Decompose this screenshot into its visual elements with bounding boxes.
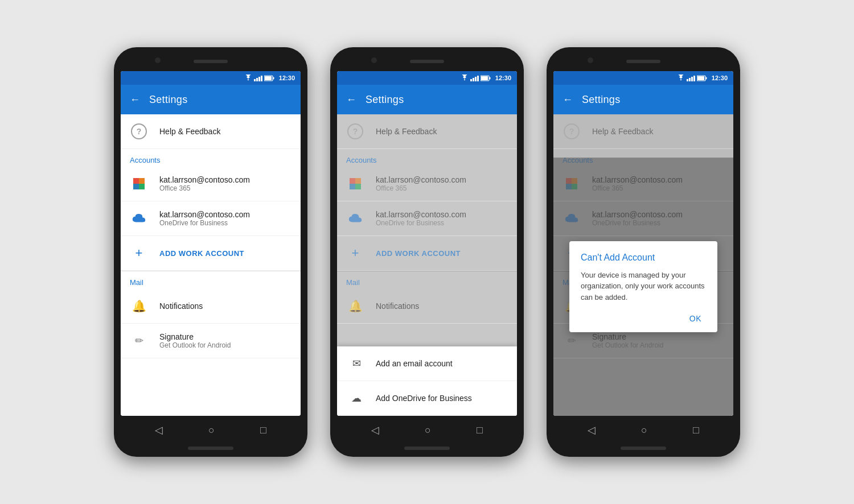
back-arrow2[interactable]: ← xyxy=(346,94,356,106)
signature-item[interactable]: ✏ Signature Get Outlook for Android xyxy=(121,324,301,358)
phone3-status-icons xyxy=(677,75,707,81)
help-feedback-item[interactable]: ? Help & Feedback xyxy=(121,114,301,149)
dialog-title: Can't Add Account xyxy=(581,253,706,263)
phone2-status-icons xyxy=(461,75,491,81)
account2-type: OneDrive for Business xyxy=(159,219,250,227)
svg-rect-10 xyxy=(350,178,355,184)
phone1-top-bar xyxy=(121,54,301,71)
email-icon: ✉ xyxy=(348,356,364,371)
back-nav-btn2[interactable]: ◁ xyxy=(371,424,379,436)
phone3: 12:30 ← Settings ? Help & Feedback A xyxy=(547,47,740,457)
plus-icon: + xyxy=(130,244,148,262)
notifications-text2: Notifications xyxy=(376,301,419,311)
notifications-text: Notifications xyxy=(159,301,203,311)
help-icon: ? xyxy=(131,123,147,139)
phone2-wrapper: 12:30 ← Settings ? Help & Feedback A xyxy=(330,47,524,457)
help-title: Help & Feedback xyxy=(159,127,220,136)
home-nav-btn[interactable]: ○ xyxy=(208,424,215,436)
add-onedrive-label: Add OneDrive for Business xyxy=(376,394,472,403)
office365-icon-wrap2 xyxy=(346,175,364,193)
notifications-item[interactable]: 🔔 Notifications xyxy=(121,289,301,324)
help-icon-wrap3: ? xyxy=(563,122,581,141)
accounts-section-header2: Accounts xyxy=(337,149,517,167)
phone1-screen: 12:30 ← Settings ? Help & Feedback xyxy=(121,71,301,416)
add-email-item[interactable]: ✉ Add an email account xyxy=(337,346,517,381)
recent-nav-btn2[interactable]: □ xyxy=(477,424,483,436)
back-nav-btn[interactable]: ◁ xyxy=(155,424,163,436)
signal-icon3 xyxy=(687,75,695,81)
account2-item2: kat.larrson@contoso.com OneDrive for Bus… xyxy=(337,201,517,236)
add-onedrive-item[interactable]: ☁ Add OneDrive for Business xyxy=(337,381,517,416)
svg-rect-1 xyxy=(273,77,274,79)
recent-nav-btn[interactable]: □ xyxy=(260,424,266,436)
phone3-time: 12:30 xyxy=(712,75,728,81)
battery-icon2 xyxy=(481,75,491,81)
signature-subtitle: Get Outlook for Android xyxy=(159,341,231,349)
phone1-bottom-bar: ◁ ○ □ xyxy=(121,416,301,444)
phone1-status-bar: 12:30 xyxy=(121,71,301,85)
wifi-icon2 xyxy=(461,75,469,81)
recent-nav-btn3[interactable]: □ xyxy=(693,424,699,436)
phone3-wrapper: 12:30 ← Settings ? Help & Feedback A xyxy=(547,47,740,457)
add-work-account-btn[interactable]: + ADD WORK ACCOUNT xyxy=(121,236,301,271)
accounts-section-header: Accounts xyxy=(121,149,301,167)
dialog-actions: OK xyxy=(581,312,706,325)
onedrive-icon-wrap2 xyxy=(346,209,364,228)
cant-add-account-dialog: Can't Add Account Your device is managed… xyxy=(569,241,717,333)
onedrive-icon-wrap xyxy=(130,209,148,228)
mail-section-header: Mail xyxy=(121,271,301,289)
bell-icon-wrap2: 🔔 xyxy=(346,297,364,315)
dialog-ok-button[interactable]: OK xyxy=(685,312,706,325)
svg-rect-5 xyxy=(133,184,139,189)
account2-email2: kat.larrson@contoso.com xyxy=(376,210,466,219)
phone2-top-bar xyxy=(337,54,517,71)
signal-icon xyxy=(254,75,262,81)
svg-rect-9 xyxy=(481,76,488,80)
home-nav-btn3[interactable]: ○ xyxy=(641,424,647,436)
dialog-body: Your device is managed by your organizat… xyxy=(581,270,706,303)
phone1-time: 12:30 xyxy=(279,75,295,81)
office365-icon2 xyxy=(347,176,363,192)
phone3-speaker xyxy=(626,60,660,63)
pencil-icon-wrap: ✏ xyxy=(130,332,148,350)
svg-rect-8 xyxy=(489,77,490,79)
back-nav-btn3[interactable]: ◁ xyxy=(588,424,596,436)
notifications-title2: Notifications xyxy=(376,301,419,311)
bell-icon: 🔔 xyxy=(132,299,146,313)
svg-rect-4 xyxy=(139,178,145,184)
account1-email2: kat.larrson@contoso.com xyxy=(376,175,466,184)
help-icon2: ? xyxy=(347,123,363,139)
phone1-wrapper: 12:30 ← Settings ? Help & Feedback xyxy=(114,47,307,457)
back-arrow[interactable]: ← xyxy=(130,94,140,106)
phone2-bottom-bar: ◁ ○ □ xyxy=(337,416,517,444)
wifi-icon xyxy=(244,75,252,81)
phone2-speaker xyxy=(410,60,444,63)
svg-rect-3 xyxy=(133,178,139,184)
add-work-account-btn2: + ADD WORK ACCOUNT xyxy=(337,236,517,271)
phone2-camera xyxy=(371,57,377,63)
phone1-speaker xyxy=(194,60,228,63)
dropdown-menu: ✉ Add an email account ☁ Add OneDrive fo… xyxy=(337,346,517,416)
phone1: 12:30 ← Settings ? Help & Feedback xyxy=(114,47,307,457)
back-arrow3[interactable]: ← xyxy=(563,94,573,106)
phone2-time: 12:30 xyxy=(495,75,511,81)
phone1-app-bar: ← Settings xyxy=(121,85,301,114)
account1-item[interactable]: kat.larrson@contoso.com Office 365 xyxy=(121,167,301,201)
phone3-top-bar xyxy=(553,54,733,71)
help-icon-wrap2: ? xyxy=(346,122,364,141)
phone2-screen: 12:30 ← Settings ? Help & Feedback A xyxy=(337,71,517,416)
battery-icon xyxy=(264,75,274,81)
notifications-item2: 🔔 Notifications xyxy=(337,289,517,324)
notifications-title: Notifications xyxy=(159,301,203,311)
account1-email: kat.larrson@contoso.com xyxy=(159,175,250,184)
account2-item[interactable]: kat.larrson@contoso.com OneDrive for Bus… xyxy=(121,201,301,236)
home-nav-btn2[interactable]: ○ xyxy=(425,424,431,436)
plus-icon2: + xyxy=(346,244,364,262)
account2-text2: kat.larrson@contoso.com OneDrive for Bus… xyxy=(376,210,466,227)
help-icon-wrap: ? xyxy=(130,122,148,141)
onedrive-icon2 xyxy=(346,212,364,225)
bell-icon-wrap: 🔔 xyxy=(130,297,148,315)
signature-title: Signature xyxy=(159,332,231,341)
phone2-status-bar: 12:30 xyxy=(337,71,517,85)
phone2-title: Settings xyxy=(366,94,404,106)
